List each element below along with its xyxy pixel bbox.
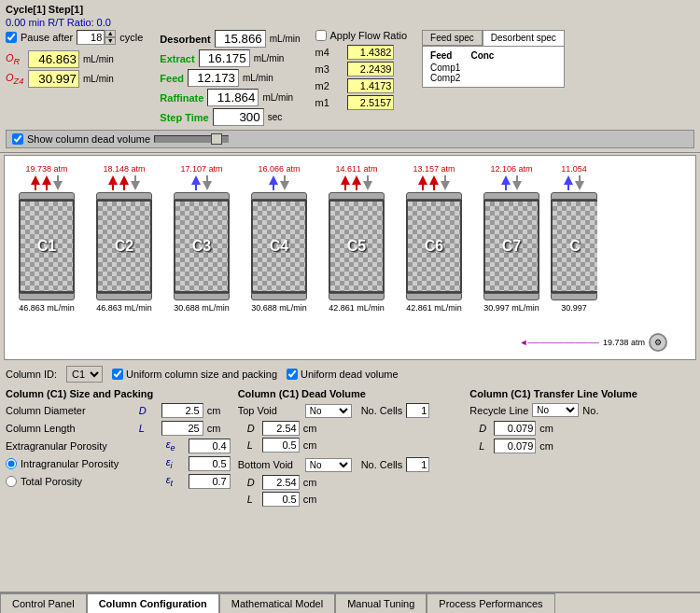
recycle-line-select[interactable]: No Yes (532, 403, 579, 417)
m2-input[interactable] (347, 78, 394, 93)
tab-process-performances[interactable]: Process Performances (427, 593, 554, 613)
uniform-dead-label: Uniform dead volume (301, 369, 399, 380)
c5-id: C5 (347, 238, 366, 255)
top-l-input[interactable] (262, 438, 300, 453)
diameter-input[interactable] (161, 403, 203, 418)
m4-input[interactable] (347, 45, 394, 60)
uniform-dead-checkbox[interactable] (287, 369, 298, 380)
size-panel-title: Column (C1) Size and Packing (6, 388, 231, 399)
m3-input[interactable] (347, 62, 394, 77)
c2-id: C2 (115, 238, 133, 255)
step-time-label: Step Time (160, 112, 208, 123)
show-dead-volume-label: Show column dead volume (27, 133, 150, 145)
recycle-l-unit: cm (539, 440, 553, 452)
oz4-input[interactable] (28, 70, 79, 88)
column-c5: 14.611 atm (318, 164, 395, 313)
m1-label: m1 (315, 97, 343, 108)
bottom-void-label: Bottom Void (238, 459, 301, 470)
c8-id: C (569, 238, 581, 255)
c6-id: C6 (425, 238, 443, 255)
m3-label: m3 (315, 63, 343, 75)
tab-mathematical-model[interactable]: Mathematical Model (219, 593, 335, 613)
transfer-title: Column (C1) Transfer Line Volume (469, 388, 694, 399)
column-id-select[interactable]: C1 C2 C3 C4 C5 C6 C7 C8 (66, 366, 103, 383)
desorbent-spec-tab[interactable]: Desorbent spec (483, 30, 565, 46)
top-d-input[interactable] (262, 421, 300, 436)
c8-flow: 30.997 (561, 303, 587, 313)
raffinate-input[interactable] (207, 89, 259, 106)
desorbent-input[interactable] (215, 30, 266, 48)
total-por-symbol: εt (166, 474, 185, 488)
recycle-d-input[interactable] (494, 421, 536, 436)
c1-pressure: 19.738 atm (25, 164, 67, 174)
extra-por-label: Extragranular Porosity (6, 440, 162, 452)
raffinate-label: Raffinate (160, 92, 203, 104)
no-cells-top-input[interactable] (406, 403, 429, 418)
dead-volume-slider[interactable] (154, 135, 229, 143)
length-label: Column Length (6, 423, 135, 434)
or-unit: mL/min (83, 54, 114, 64)
column-c1: 19.738 atm (8, 164, 85, 313)
extra-por-input[interactable] (189, 439, 231, 453)
diameter-unit: cm (207, 405, 231, 416)
c7-pressure: 12.106 atm (490, 164, 532, 174)
c5-flow: 42.861 mL/min (329, 303, 385, 313)
no-cells-bot-input[interactable] (406, 457, 429, 472)
bot-d-unit: cm (303, 477, 317, 488)
pause-increment[interactable]: ▲ (105, 30, 116, 37)
recycle-indicator: ◄──────────── 19.738 atm ⚙ (520, 333, 667, 352)
uniform-size-label: Uniform column size and packing (126, 369, 277, 380)
pause-checkbox[interactable] (6, 32, 17, 43)
feed-input[interactable] (188, 69, 239, 87)
tab-column-configuration[interactable]: Column Configuration (87, 593, 219, 613)
c1-id: C1 (37, 238, 56, 255)
top-void-select[interactable]: No Yes (305, 404, 352, 418)
c4-pressure: 16.066 atm (258, 164, 300, 174)
pause-spinner[interactable]: 18 ▲ ▼ (77, 30, 116, 45)
m4-label: m4 (315, 47, 343, 58)
column-c8: 11.054 C 30.997 (551, 164, 597, 313)
bot-l-unit: cm (303, 494, 317, 505)
c6-pressure: 13.157 atm (413, 164, 455, 174)
c4-flow: 30.688 mL/min (251, 303, 307, 313)
m1-input[interactable] (347, 95, 394, 110)
uniform-size-checkbox[interactable] (112, 369, 123, 380)
column-c6: 13.157 atm (396, 164, 472, 313)
feed-label: Feed (160, 73, 184, 84)
bot-d-input[interactable] (262, 475, 300, 490)
length-input[interactable] (161, 421, 203, 436)
c8-pressure: 11.054 (561, 164, 587, 174)
column-id-label: Column ID: (6, 369, 57, 380)
top-d-unit: cm (303, 423, 317, 434)
extract-input[interactable] (199, 49, 250, 67)
apply-ratio-checkbox[interactable] (315, 30, 327, 41)
intra-por-radio[interactable] (6, 458, 17, 469)
bot-d-sym: D (247, 477, 259, 488)
bot-l-input[interactable] (262, 492, 300, 507)
feed-spec-tab[interactable]: Feed spec (422, 30, 483, 46)
cycle-step-title: Cycle[1] Step[1] (6, 4, 83, 15)
total-por-input[interactable] (189, 474, 231, 489)
or-input[interactable] (28, 50, 79, 68)
bottom-void-select[interactable]: No Yes (305, 458, 352, 472)
pause-decrement[interactable]: ▼ (105, 37, 116, 45)
pause-value[interactable]: 18 (77, 30, 105, 45)
c3-flow: 30.688 mL/min (174, 303, 230, 313)
column-c2: 18.148 atm (86, 164, 162, 313)
oz4-unit: mL/min (83, 74, 114, 84)
intra-por-input[interactable] (189, 456, 231, 471)
columns-visualization: 19.738 atm (4, 155, 696, 360)
step-time-input[interactable] (213, 108, 264, 126)
m2-label: m2 (315, 80, 343, 91)
tab-manual-tuning[interactable]: Manual Tuning (335, 593, 427, 613)
recycle-l-input[interactable] (494, 439, 536, 453)
show-dead-volume-checkbox[interactable] (12, 133, 23, 145)
spec-conc-header: Conc (470, 50, 494, 61)
cycle-label: cycle (119, 32, 143, 43)
tab-control-panel[interactable]: Control Panel (0, 593, 87, 613)
extract-unit: mL/min (254, 53, 285, 63)
oz4-label: OZ4 (6, 72, 24, 86)
raffinate-unit: mL/min (262, 92, 293, 103)
total-por-label: Total Porosity (21, 476, 162, 487)
total-por-radio[interactable] (6, 476, 17, 487)
